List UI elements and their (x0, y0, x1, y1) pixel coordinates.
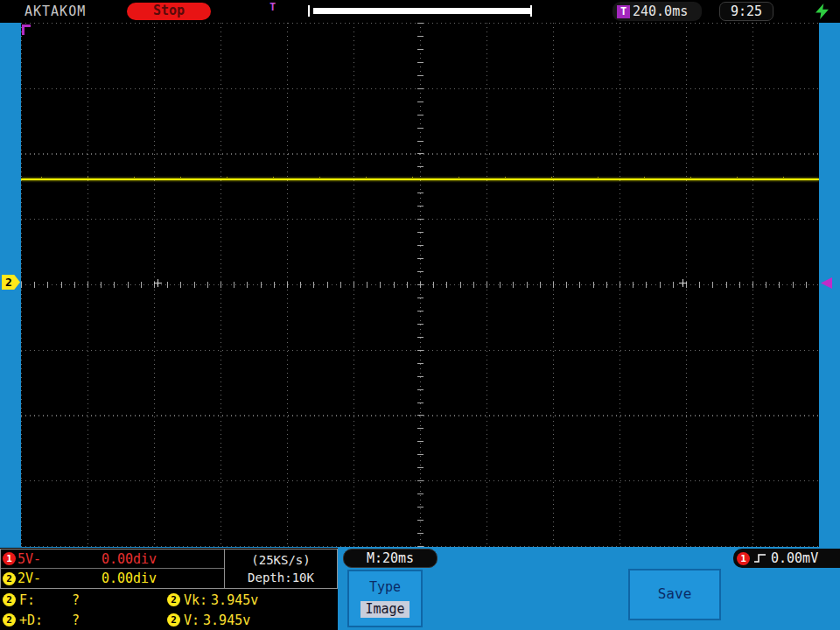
ch1-offset: 0.00div (43, 551, 215, 567)
sample-rate: (25KS/s) (225, 551, 337, 569)
ch2-badge-icon: 2 (3, 593, 16, 606)
waveform-trace-ch2 (21, 178, 819, 180)
ch1-badge-icon: 1 (3, 552, 16, 565)
save-button[interactable]: Save (628, 569, 721, 620)
trigger-level-badge: 1 0.00mV (733, 549, 840, 568)
ch2-scale: 2V- (18, 570, 41, 586)
usb-status-icon (816, 4, 829, 19)
measurement-vk: 2 Vk:3.945v (164, 590, 338, 610)
memory-depth: Depth:10K (225, 569, 337, 586)
timebase-badge: M:20ms (343, 549, 438, 568)
waveform-display (21, 23, 819, 547)
type-button-title: Type (349, 579, 421, 595)
clock: 9:25 (719, 2, 774, 21)
acquisition-info-box: (25KS/s) Depth:10K (224, 549, 338, 589)
meas-label: +D: (19, 612, 68, 628)
rising-edge-icon (753, 552, 767, 564)
measurement-duty: 2 +D: ? (0, 610, 164, 630)
type-menu-button[interactable]: Type Image (347, 570, 423, 627)
meas-label: F: (19, 592, 68, 608)
meas-label: Vk: (184, 592, 207, 608)
top-status-bar: AKTAKOM Stop T T 240.0ms 9:25 (0, 0, 840, 23)
meas-value: ? (72, 612, 80, 628)
ch2-badge-icon: 2 (3, 613, 16, 626)
memory-window-bar (308, 5, 532, 17)
trigger-time-badge: T 240.0ms (612, 2, 702, 21)
trigger-level-arrow[interactable] (821, 277, 832, 289)
trigger-t-icon: T (617, 5, 630, 18)
ch1-info-row: 1 5V- 0.00div (1, 550, 224, 569)
brand-logo: AKTAKOM (24, 4, 86, 19)
trigger-position-marker: T (270, 1, 276, 13)
type-button-value[interactable]: Image (360, 601, 409, 618)
memory-window-fill (313, 8, 530, 14)
oscilloscope-screen: { "colors": { "bg_blue": "#1B8CCE", "tra… (0, 0, 840, 630)
channel-info-panel: 1 5V- 0.00div 2 2V- 0.00div (25KS/s) Dep… (0, 548, 338, 630)
graticule-cross-left (154, 279, 162, 287)
ch2-badge-icon: 2 (3, 572, 16, 585)
meas-value: 3.945v (211, 592, 258, 608)
ch1-scale: 5V- (18, 551, 41, 567)
measurement-voltage: 2 V:3.945v (164, 610, 338, 630)
meas-value: 3.945v (203, 612, 250, 628)
trigger-time-value: 240.0ms (633, 4, 688, 19)
ch2-info-row: 2 2V- 0.00div (1, 569, 224, 588)
ch2-ground-level-marker[interactable]: 2 (2, 275, 20, 290)
measurement-readouts: 2 F: ? 2 Vk:3.945v 2 +D: ? 2 V:3.945v (0, 590, 338, 630)
ch1-badge-icon: 1 (737, 552, 750, 565)
meas-value: ? (72, 592, 80, 608)
ch2-badge-icon: 2 (167, 593, 180, 606)
trigger-corner-marker (22, 24, 31, 35)
channel-scale-box: 1 5V- 0.00div 2 2V- 0.00div (0, 549, 225, 589)
graticule-cross-right (679, 279, 687, 287)
center-vertical-axis (417, 23, 424, 547)
meas-label: V: (184, 612, 200, 628)
ch2-offset: 0.00div (43, 570, 215, 586)
run-state-badge: Stop (127, 3, 211, 20)
trigger-level-value: 0.00mV (771, 550, 818, 566)
measurement-frequency: 2 F: ? (0, 590, 164, 610)
ch2-badge-icon: 2 (167, 613, 180, 626)
